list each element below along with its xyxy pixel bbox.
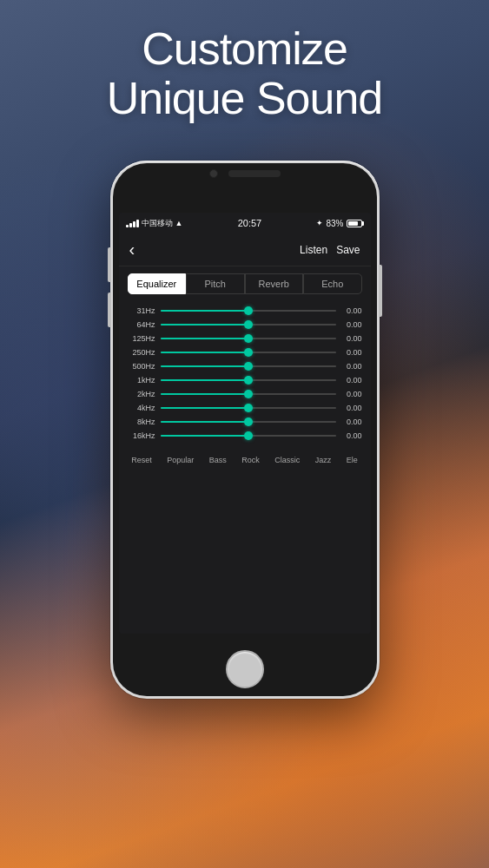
eq-slider-6[interactable]: [161, 393, 336, 395]
hero-title-line1: Customize: [0, 24, 489, 74]
volume-up-button: [108, 247, 111, 282]
eq-value-1: 0.00: [341, 320, 362, 329]
signal-bar-4: [136, 220, 139, 227]
eq-fill-1: [161, 324, 248, 326]
phone-screen: 中国移动 ▲ 20:57 ✦ 83% ‹ Listen Save: [119, 213, 371, 634]
eq-row-125Hz: 125Hz 0.00: [128, 334, 362, 343]
eq-fill-7: [161, 407, 248, 409]
signal-bar-3: [133, 221, 135, 227]
eq-thumb-8: [244, 418, 253, 426]
back-button[interactable]: ‹: [129, 240, 135, 260]
preset-reset[interactable]: Reset: [131, 456, 152, 464]
battery-tip: [362, 221, 364, 226]
eq-slider-3[interactable]: [161, 352, 336, 353]
eq-slider-1[interactable]: [161, 324, 336, 326]
eq-row-31Hz: 31Hz 0.00: [128, 306, 362, 315]
eq-value-7: 0.00: [341, 404, 362, 412]
eq-label-7: 4kHz: [128, 404, 155, 412]
eq-row-2kHz: 2kHz 0.00: [128, 390, 362, 398]
eq-fill-5: [161, 379, 248, 381]
phone-top-area: [167, 169, 323, 178]
eq-value-4: 0.00: [341, 362, 362, 371]
nav-bar: ‹ Listen Save: [119, 233, 371, 266]
eq-value-0: 0.00: [341, 306, 362, 315]
preset-ele[interactable]: Ele: [347, 456, 358, 464]
eq-thumb-0: [244, 306, 253, 315]
eq-slider-2[interactable]: [161, 338, 336, 339]
tabs-container: Equalizer Pitch Reverb Echo: [119, 266, 371, 301]
eq-label-6: 2kHz: [128, 390, 155, 398]
eq-thumb-4: [244, 362, 253, 371]
eq-label-4: 500Hz: [128, 362, 155, 371]
eq-slider-9[interactable]: [161, 435, 336, 437]
eq-slider-0[interactable]: [161, 310, 336, 312]
power-button: [379, 265, 382, 317]
status-left: 中国移动 ▲: [126, 218, 183, 229]
hero-title-line2: Unique Sound: [0, 74, 489, 123]
eq-thumb-2: [244, 334, 253, 343]
eq-label-0: 31Hz: [128, 306, 155, 315]
status-bar: 中国移动 ▲ 20:57 ✦ 83%: [119, 213, 371, 233]
eq-row-64Hz: 64Hz 0.00: [128, 320, 362, 329]
eq-slider-8[interactable]: [161, 421, 336, 423]
preset-jazz[interactable]: Jazz: [315, 456, 332, 464]
earpiece-speaker: [228, 170, 281, 177]
eq-container: 31Hz 0.00 64Hz 0.00 125Hz 0.00 250Hz: [119, 301, 371, 450]
battery-percent: 83%: [326, 219, 343, 228]
preset-popular[interactable]: Popular: [167, 456, 194, 464]
eq-fill-0: [161, 310, 248, 312]
eq-value-6: 0.00: [341, 390, 362, 398]
battery-body: [347, 220, 362, 227]
preset-rock[interactable]: Rock: [241, 456, 260, 464]
eq-fill-3: [161, 352, 248, 353]
eq-label-1: 64Hz: [128, 320, 155, 329]
tab-reverb[interactable]: Reverb: [245, 273, 304, 294]
wifi-icon: ▲: [175, 219, 183, 227]
eq-thumb-3: [244, 348, 253, 357]
status-time: 20:57: [238, 218, 262, 228]
preset-bass[interactable]: Bass: [209, 456, 227, 464]
eq-row-16kHz: 16kHz 0.00: [128, 431, 362, 440]
carrier-name: 中国移动: [142, 218, 173, 229]
battery-fill: [348, 221, 358, 226]
nav-actions: Listen Save: [300, 244, 360, 256]
eq-slider-5[interactable]: [161, 379, 336, 381]
eq-fill-4: [161, 365, 248, 367]
home-button[interactable]: [226, 650, 264, 688]
tab-echo[interactable]: Echo: [303, 273, 362, 294]
eq-label-3: 250Hz: [128, 348, 155, 357]
save-button[interactable]: Save: [336, 244, 360, 256]
phone-shell: 中国移动 ▲ 20:57 ✦ 83% ‹ Listen Save: [110, 161, 380, 699]
status-right: ✦ 83%: [316, 219, 363, 228]
battery-icon: [347, 220, 364, 227]
eq-fill-9: [161, 435, 248, 437]
eq-label-5: 1kHz: [128, 376, 155, 385]
eq-slider-7[interactable]: [161, 407, 336, 409]
eq-row-250Hz: 250Hz 0.00: [128, 348, 362, 357]
eq-row-4kHz: 4kHz 0.00: [128, 404, 362, 412]
preset-classic[interactable]: Classic: [274, 456, 300, 464]
eq-thumb-1: [244, 320, 253, 329]
eq-label-9: 16kHz: [128, 431, 155, 440]
eq-thumb-9: [244, 431, 253, 440]
volume-down-button: [108, 293, 111, 327]
eq-value-5: 0.00: [341, 376, 362, 385]
eq-label-2: 125Hz: [128, 334, 155, 343]
hero-area: Customize Unique Sound: [0, 24, 489, 123]
eq-fill-2: [161, 338, 248, 339]
signal-bar-2: [129, 223, 132, 227]
presets-bar: ResetPopularBassRockClassicJazzEle: [119, 450, 371, 470]
bluetooth-icon: ✦: [316, 219, 323, 227]
eq-value-2: 0.00: [341, 334, 362, 343]
eq-value-8: 0.00: [341, 418, 362, 426]
eq-row-500Hz: 500Hz 0.00: [128, 362, 362, 371]
tab-equalizer[interactable]: Equalizer: [128, 273, 187, 294]
eq-value-3: 0.00: [341, 348, 362, 357]
listen-button[interactable]: Listen: [300, 244, 327, 256]
eq-label-8: 8kHz: [128, 418, 155, 426]
tab-pitch[interactable]: Pitch: [186, 273, 245, 294]
eq-row-8kHz: 8kHz 0.00: [128, 418, 362, 426]
eq-slider-4[interactable]: [161, 365, 336, 367]
eq-thumb-5: [244, 376, 253, 385]
eq-row-1kHz: 1kHz 0.00: [128, 376, 362, 385]
